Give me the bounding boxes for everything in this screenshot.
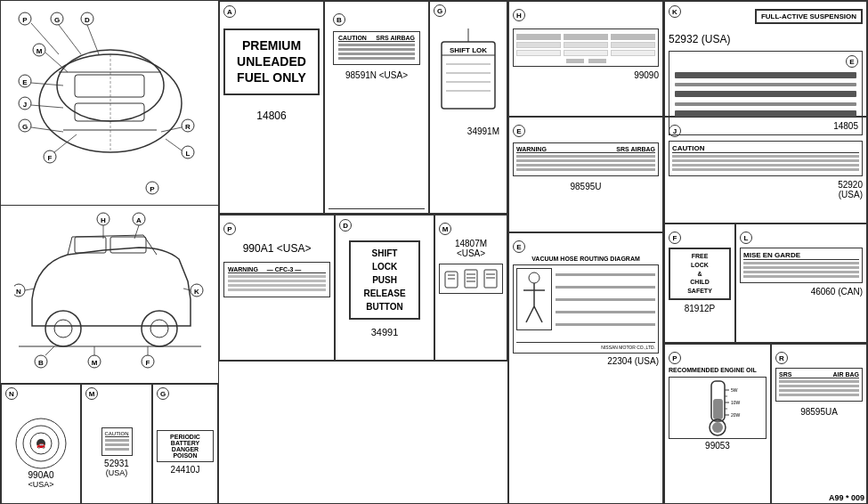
cell-m-bottom-suffix: (USA) xyxy=(101,468,133,477)
cell-f-letter: F xyxy=(669,232,681,244)
cell-j: J CAUTION 52920 (USA) xyxy=(664,117,867,224)
battery-danger: DANGER xyxy=(160,446,210,452)
cell-m-mid: M 14807M <USA> xyxy=(434,215,507,361)
svg-text:J: J xyxy=(22,101,26,109)
label-icon-2 xyxy=(483,268,499,289)
cell-n: N 🚗 990A0 <USA> xyxy=(1,384,81,504)
cell-g-bat-bottom-label: G xyxy=(157,387,169,400)
left-panel: P G D M E xyxy=(1,1,219,504)
cell-r-letter: R xyxy=(775,352,788,364)
oil-thermometer-svg: 5W 10W 20W xyxy=(694,377,742,439)
diagram-ref: A99 * 009 xyxy=(829,493,864,502)
svg-line-57 xyxy=(45,346,54,355)
cell-l-suffix: (CAN) xyxy=(838,287,863,297)
svg-text:🚗: 🚗 xyxy=(37,440,45,449)
cell-n-number: 990A0 xyxy=(28,470,54,480)
svg-point-41 xyxy=(45,311,81,346)
svg-text:F: F xyxy=(47,154,52,162)
cell-l-letter: L xyxy=(740,232,752,244)
cell-m-mid-letter: M xyxy=(439,223,451,235)
cell-m-bottom-number: 52931 xyxy=(101,459,133,468)
cell-h-number: 99090 xyxy=(634,70,659,80)
svg-rect-40 xyxy=(110,237,146,253)
cell-n-label: N xyxy=(5,387,18,400)
cell-b-number: 98591N xyxy=(345,70,377,80)
cell-p-right-number: 99053 xyxy=(705,441,730,451)
cell-k-suffix: (USA) xyxy=(702,33,731,45)
fuel-icon xyxy=(443,268,459,289)
cell-m-bottom-label: M xyxy=(85,387,98,400)
cell-g-number: 34991M xyxy=(467,126,499,136)
cell-h: H xyxy=(508,1,663,117)
col-far-right: K FULL-ACTIVE SUSPENSION 52932 (USA) E xyxy=(664,1,867,504)
svg-rect-5 xyxy=(75,103,144,121)
shiftlock-card-svg: SHIFT LOK xyxy=(437,28,499,126)
alarm-icon: 🚗 xyxy=(14,417,68,470)
cell-d-release: RELEASE xyxy=(355,287,414,300)
car-diagram-bottom: H A N B M xyxy=(1,206,218,384)
svg-line-36 xyxy=(166,139,182,150)
svg-point-43 xyxy=(142,311,177,346)
middle-top-row: A PREMIUM UNLEADED FUEL ONLY 14806 B CAU… xyxy=(219,1,507,215)
warning-text: WARNING xyxy=(228,266,258,272)
svg-text:E: E xyxy=(22,78,28,86)
svg-rect-80 xyxy=(445,272,458,288)
cell-b-header-left: CAUTION xyxy=(338,35,367,41)
cell-e-vacuum-title: VACUUM HOSE ROUTING DIAGRAM xyxy=(513,256,659,262)
svg-text:G: G xyxy=(53,16,59,24)
cell-l: L MISE EN GARDE 46060 (CAN) xyxy=(735,224,867,343)
cell-e-airbag: E WARNING SRS AIRBAG 98595U xyxy=(508,117,663,232)
cell-d-shift: SHIFT xyxy=(355,247,414,260)
cell-m-mid-number: 14807M xyxy=(455,239,487,248)
svg-point-98 xyxy=(712,422,723,433)
cell-e-airbag-letter: E xyxy=(513,125,525,137)
svg-text:5W: 5W xyxy=(731,387,738,393)
cell-p-right-letter: P xyxy=(669,352,681,364)
middle-bottom-spacer xyxy=(219,362,507,504)
cell-f: F FREE LOCK & CHILD SAFETY 81912P xyxy=(664,224,735,343)
svg-point-44 xyxy=(150,320,168,337)
main-container: P G D M E xyxy=(0,0,868,504)
row-fl: F FREE LOCK & CHILD SAFETY 81912P L xyxy=(664,224,867,344)
car-top-svg: P G D M E xyxy=(14,5,206,201)
cell-l-number: 46060 xyxy=(811,287,836,297)
cell-b-letter: B xyxy=(333,13,345,26)
svg-text:20W: 20W xyxy=(731,412,741,418)
cell-k-number: 52932 xyxy=(669,33,698,45)
svg-text:M: M xyxy=(91,359,97,367)
cell-d-number: 34991 xyxy=(371,327,399,337)
svg-line-24 xyxy=(31,105,63,108)
svg-text:R: R xyxy=(185,123,191,131)
svg-text:10W: 10W xyxy=(731,400,741,405)
svg-rect-96 xyxy=(713,399,723,419)
cell-k: K FULL-ACTIVE SUSPENSION 52932 (USA) E xyxy=(664,1,867,117)
cell-d: D SHIFT LOCK PUSH RELEASE BUTTON 34991 xyxy=(335,215,434,361)
cell-h-letter: H xyxy=(513,9,525,21)
svg-text:P: P xyxy=(22,16,28,24)
svg-point-42 xyxy=(54,320,72,337)
right-panel: H xyxy=(508,1,867,504)
cell-d-lock: LOCK xyxy=(355,260,414,273)
row-pr: P RECOMMENDED ENGINE OIL xyxy=(664,344,867,504)
cell-e-header-right: SRS AIRBAG xyxy=(616,146,655,152)
svg-line-21 xyxy=(31,83,63,85)
cell-a-letter: A xyxy=(223,5,236,18)
label-icon-1 xyxy=(463,268,479,289)
middle-mid-row: P 990A1 <USA> WARNING — CFC-3 — D xyxy=(219,215,507,362)
car-diagram-top: P G D M E xyxy=(1,1,218,206)
cell-e-vacuum: E VACUUM HOSE ROUTING DIAGRAM xyxy=(508,232,663,504)
svg-point-90 xyxy=(529,272,539,283)
cell-f-line2: LOCK xyxy=(673,261,726,270)
battery-poison: POISON xyxy=(160,452,210,459)
cell-m-bottom: M CAUTION 52931 (USA) xyxy=(81,384,152,504)
cell-b-suffix: <USA> xyxy=(379,70,408,80)
svg-text:B: B xyxy=(38,359,44,367)
svg-text:G: G xyxy=(21,123,27,131)
cell-p-top: P 990A1 <USA> WARNING — CFC-3 — xyxy=(219,215,335,361)
svg-text:H: H xyxy=(101,216,106,224)
svg-line-18 xyxy=(45,53,68,72)
cell-p-right-title: RECOMMENDED ENGINE OIL xyxy=(669,367,767,373)
cell-j-suffix: (USA) xyxy=(839,190,863,199)
warning-cfc: — CFC-3 — xyxy=(267,266,302,272)
full-active-badge: FULL-ACTIVE SUSPENSION xyxy=(755,9,863,24)
